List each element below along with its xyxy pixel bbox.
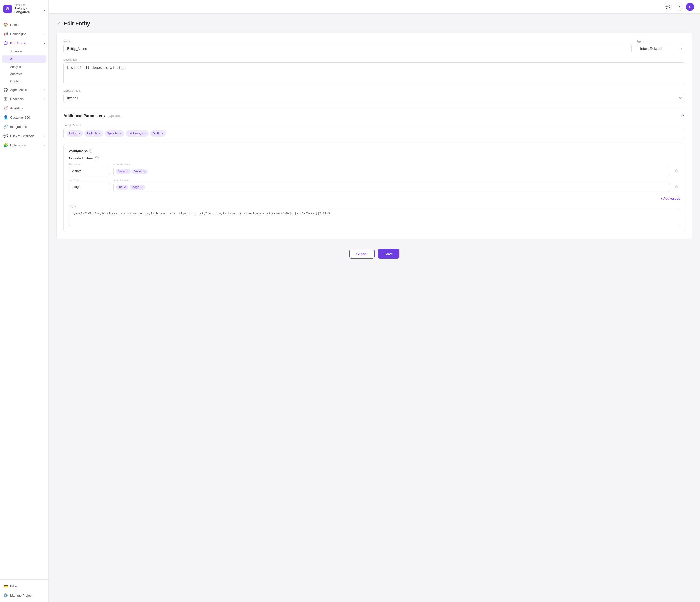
sidebar-sub-journeys[interactable]: Journeys [0, 48, 48, 55]
ev-tags-vistara[interactable]: Vista ✕ Vistra ✕ [113, 167, 670, 176]
regex-group: Regex [69, 205, 680, 227]
project-name: Swiggy - Bangalore ▾ [14, 6, 45, 14]
tag-vista: Vista ✕ [116, 169, 130, 174]
billing-icon: 💳 [3, 584, 8, 588]
feedback-icon: 💬 [666, 5, 670, 9]
ev-tags-indigo[interactable]: Ind ✕ Indgo ✕ [113, 183, 670, 192]
feedback-button[interactable]: 💬 [664, 3, 672, 11]
tag-close-vista[interactable]: ✕ [126, 170, 128, 173]
tag-spicejet: SpiceJet ✕ [105, 130, 124, 137]
sidebar-sub-ai[interactable]: AI [2, 55, 46, 63]
chevron-right-icon: › [44, 42, 45, 45]
sidebar-header: PROJECT Swiggy - Bangalore ▾ [0, 0, 48, 18]
tag-close-air-india[interactable]: ✕ [99, 132, 101, 135]
tag-close-vistra[interactable]: ✕ [143, 170, 145, 173]
bot-studio-icon [3, 41, 8, 45]
extended-values-label: Extended values i [69, 156, 680, 160]
type-group: Type Intent-Related System Custom [636, 40, 685, 53]
integrations-icon: 🔗 [3, 124, 8, 129]
svg-rect-3 [4, 97, 5, 99]
description-textarea[interactable] [64, 63, 685, 85]
cancel-button[interactable]: Cancel [349, 249, 375, 259]
sidebar-sub-guide[interactable]: Guide [0, 78, 48, 85]
ev-root-input-indigo[interactable] [69, 183, 110, 191]
project-label: PROJECT [14, 4, 45, 6]
sidebar-item-customer360[interactable]: 👤 Customer 360 [0, 113, 48, 122]
svg-point-1 [5, 43, 5, 44]
description-group: Description [64, 58, 685, 85]
project-selector[interactable]: PROJECT Swiggy - Bangalore ▾ [14, 4, 45, 14]
ev-accepted-label-1: Accepted value [113, 179, 670, 182]
chevron-right-icon: › [44, 32, 45, 35]
chevron-right-icon: › [44, 144, 45, 147]
sidebar-item-agent-assist[interactable]: 🎧 Agent Assist › [0, 85, 48, 94]
collapse-button[interactable] [680, 113, 685, 119]
tag-ind: Ind ✕ [116, 185, 128, 190]
tag-close-goair[interactable]: ✕ [161, 132, 163, 135]
extensions-icon: 🧩 [3, 143, 8, 147]
tag-close-ind[interactable]: ✕ [124, 186, 126, 189]
validations-card: Validations i Extended values i Root val… [64, 144, 685, 232]
regex-textarea[interactable] [69, 209, 680, 226]
campaigns-icon: 📢 [3, 32, 8, 36]
add-values-button[interactable]: + Add values [660, 196, 680, 201]
extended-values-info-icon[interactable]: i [95, 156, 99, 160]
sidebar-item-manage-project[interactable]: ⚙️ Manage Project [0, 591, 48, 600]
tag-vistra: Vistra ✕ [132, 169, 147, 174]
sample-values-group: Sample Values Indigo ✕ Air India ✕ Spice… [64, 124, 685, 139]
tag-close-spicejet[interactable]: ✕ [120, 132, 122, 135]
sample-values-tags[interactable]: Indigo ✕ Air India ✕ SpiceJet ✕ Jet Airw… [64, 128, 685, 139]
ev-root-input-vistara[interactable] [69, 167, 110, 175]
customer360-icon: 👤 [3, 115, 8, 120]
tag-close-jet-airways[interactable]: ✕ [144, 132, 146, 135]
svg-point-2 [6, 43, 6, 44]
tag-close-indgo[interactable]: ✕ [141, 186, 143, 189]
mapped-intent-select[interactable]: Intent 1 Intent 2 Intent 3 [64, 94, 685, 103]
save-button[interactable]: Save [378, 249, 400, 259]
chevron-down-icon: ▾ [44, 9, 45, 12]
sidebar: PROJECT Swiggy - Bangalore ▾ 🏠 Home 📢 Ca… [0, 0, 49, 602]
description-label: Description [64, 58, 685, 61]
sidebar-item-home[interactable]: 🏠 Home [0, 20, 48, 29]
help-icon: ? [678, 5, 680, 9]
validations-info-icon[interactable]: i [89, 149, 93, 153]
tag-indigo: Indigo ✕ [67, 130, 83, 137]
name-type-row: Name Type Intent-Related System Custom [64, 40, 685, 53]
sidebar-item-click-to-chat[interactable]: 💬 Click to Chat Ads › [0, 131, 48, 141]
sidebar-item-bot-studio[interactable]: Bot Studio › [0, 39, 48, 48]
optional-label: (Optional) [108, 114, 122, 118]
sidebar-item-channels[interactable]: Channels › [0, 94, 48, 103]
mapped-intent-label: Mapped Intent [64, 89, 685, 92]
manage-project-icon: ⚙️ [3, 593, 8, 598]
back-button[interactable] [56, 21, 61, 26]
ev-delete-vistara[interactable] [673, 168, 680, 174]
sidebar-item-campaigns[interactable]: 📢 Campaigns › [0, 29, 48, 39]
user-avatar[interactable]: S [686, 3, 694, 11]
content-area: Edit Entity Name Type Intent-Related Sys… [49, 14, 700, 602]
type-select[interactable]: Intent-Related System Custom [636, 44, 685, 53]
sidebar-sub-analytics2[interactable]: Analytics [0, 71, 48, 78]
validations-title: Validations i [69, 149, 680, 153]
topbar: 💬 ? S [49, 0, 700, 14]
ev-accepted-indigo: Accepted value Ind ✕ Indgo ✕ [113, 179, 670, 192]
sidebar-item-analytics[interactable]: 📈 Analytics [0, 103, 48, 113]
tag-jet-airways: Jet Airways ✕ [126, 130, 149, 137]
sidebar-item-integrations[interactable]: 🔗 Integrations [0, 122, 48, 131]
ev-delete-indigo[interactable] [673, 183, 680, 190]
sidebar-item-billing[interactable]: 💳 Billing [0, 582, 48, 591]
channels-icon [3, 97, 8, 101]
additional-params-title: Additional Parameters (Optional) [64, 114, 122, 118]
name-input[interactable] [64, 44, 632, 53]
ev-root-indigo: Root value [69, 179, 110, 191]
sidebar-sub-analytics1[interactable]: Analytics [0, 63, 48, 71]
tag-close-indigo[interactable]: ✕ [78, 132, 80, 135]
agent-assist-icon: 🎧 [3, 88, 8, 92]
svg-rect-4 [6, 97, 7, 99]
sample-values-label: Sample Values [64, 124, 685, 127]
ev-row-indigo: Root value Accepted value Ind ✕ Indgo [69, 179, 680, 192]
sidebar-item-extensions[interactable]: 🧩 Extensions › [0, 141, 48, 150]
svg-rect-5 [4, 99, 5, 100]
help-button[interactable]: ? [675, 3, 683, 11]
ev-accepted-label-0: Accepted value [113, 163, 670, 166]
page-title: Edit Entity [64, 20, 90, 27]
